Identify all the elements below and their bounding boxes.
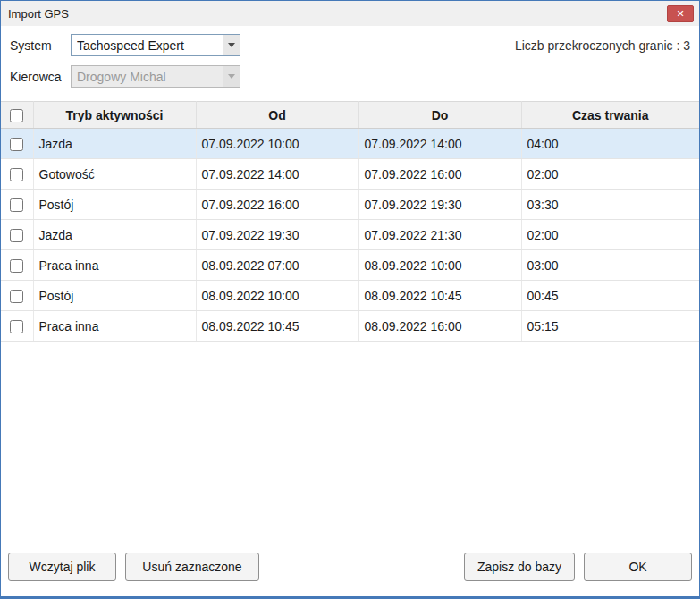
row-czas: 02:00	[521, 220, 699, 250]
row-do: 08.09.2022 10:45	[358, 281, 521, 311]
row-activity: Postój	[33, 281, 196, 311]
driver-select-value: Drogowy Michal	[77, 70, 223, 84]
load-file-button[interactable]: Wczytaj plik	[8, 553, 116, 581]
import-gps-dialog: Import GPS ✕ System Tachospeed Expert Li…	[0, 0, 700, 599]
row-checkbox[interactable]	[10, 259, 23, 273]
row-czas: 03:30	[521, 190, 699, 220]
table-row[interactable]: Gotowość 07.09.2022 14:00 07.09.2022 16:…	[1, 159, 699, 190]
row-od: 07.09.2022 10:00	[196, 129, 358, 159]
table-row[interactable]: Jazda 07.09.2022 19:30 07.09.2022 21:30 …	[1, 220, 699, 250]
row-do: 08.09.2022 10:00	[358, 250, 521, 281]
row-activity: Praca inna	[33, 250, 196, 281]
column-header-activity: Tryb aktywności	[33, 102, 196, 129]
column-header-do: Do	[358, 102, 521, 129]
table-row[interactable]: Praca inna 08.09.2022 10:45 08.09.2022 1…	[1, 311, 699, 342]
select-all-checkbox[interactable]	[10, 109, 23, 122]
system-select[interactable]: Tachospeed Expert	[71, 34, 240, 56]
title-bar: Import GPS ✕	[1, 1, 699, 26]
row-activity: Praca inna	[33, 311, 196, 342]
row-do: 07.09.2022 19:30	[358, 190, 521, 220]
row-od: 08.09.2022 07:00	[196, 250, 358, 281]
close-button[interactable]: ✕	[667, 5, 694, 22]
row-do: 07.09.2022 14:00	[358, 129, 521, 159]
row-czas: 04:00	[521, 129, 699, 159]
row-activity: Jazda	[33, 220, 196, 250]
row-od: 08.09.2022 10:45	[196, 311, 358, 342]
row-do: 08.09.2022 16:00	[358, 311, 521, 342]
column-header-czas: Czas trwania	[521, 102, 699, 129]
driver-row: Kierowca Drogowy Michal	[10, 61, 692, 92]
boundary-count-text: Liczb przekroczonych granic : 3	[515, 38, 692, 53]
system-select-value: Tachospeed Expert	[77, 38, 223, 53]
save-to-db-button[interactable]: Zapisz do bazy	[464, 553, 575, 581]
close-icon: ✕	[676, 9, 684, 19]
row-od: 07.09.2022 14:00	[196, 159, 358, 190]
row-checkbox[interactable]	[10, 290, 23, 303]
row-activity: Jazda	[33, 129, 196, 159]
table-row[interactable]: Postój 07.09.2022 16:00 07.09.2022 19:30…	[1, 190, 699, 220]
row-od: 08.09.2022 10:00	[196, 281, 358, 311]
driver-select: Drogowy Michal	[71, 65, 240, 88]
row-od: 07.09.2022 19:30	[196, 220, 358, 250]
table-row[interactable]: Praca inna 08.09.2022 07:00 08.09.2022 1…	[1, 250, 699, 281]
activity-table: Tryb aktywności Od Do Czas trwania Jazda…	[1, 101, 699, 342]
row-czas: 03:00	[521, 250, 699, 281]
chevron-down-icon	[223, 35, 240, 55]
window-title: Import GPS	[8, 7, 69, 21]
row-checkbox[interactable]	[10, 138, 23, 151]
row-do: 07.09.2022 21:30	[358, 220, 521, 250]
table-header-row: Tryb aktywności Od Do Czas trwania	[1, 102, 699, 129]
row-czas: 00:45	[521, 281, 699, 311]
driver-label: Kierowca	[10, 70, 71, 84]
row-activity: Gotowość	[33, 159, 196, 190]
form-area: System Tachospeed Expert Liczb przekrocz…	[1, 26, 699, 101]
ok-button[interactable]: OK	[584, 553, 692, 581]
row-checkbox[interactable]	[10, 168, 23, 181]
row-czas: 05:15	[521, 311, 699, 342]
row-activity: Postój	[33, 190, 196, 220]
row-od: 07.09.2022 16:00	[196, 190, 358, 220]
column-header-od: Od	[196, 102, 358, 129]
chevron-down-icon	[223, 66, 240, 87]
row-do: 07.09.2022 16:00	[358, 159, 521, 190]
row-czas: 02:00	[521, 159, 699, 190]
row-checkbox[interactable]	[10, 320, 23, 333]
table-row[interactable]: Jazda 07.09.2022 10:00 07.09.2022 14:00 …	[1, 129, 699, 159]
table-row[interactable]: Postój 08.09.2022 10:00 08.09.2022 10:45…	[1, 281, 699, 311]
system-row: System Tachospeed Expert Liczb przekrocz…	[10, 30, 692, 61]
button-bar: Wczytaj plik Usuń zaznaczone Zapisz do b…	[8, 553, 692, 581]
system-label: System	[10, 38, 71, 53]
row-checkbox[interactable]	[10, 198, 23, 212]
remove-selected-button[interactable]: Usuń zaznaczone	[125, 553, 259, 581]
row-checkbox[interactable]	[10, 229, 23, 242]
table-body: Jazda 07.09.2022 10:00 07.09.2022 14:00 …	[1, 129, 699, 342]
